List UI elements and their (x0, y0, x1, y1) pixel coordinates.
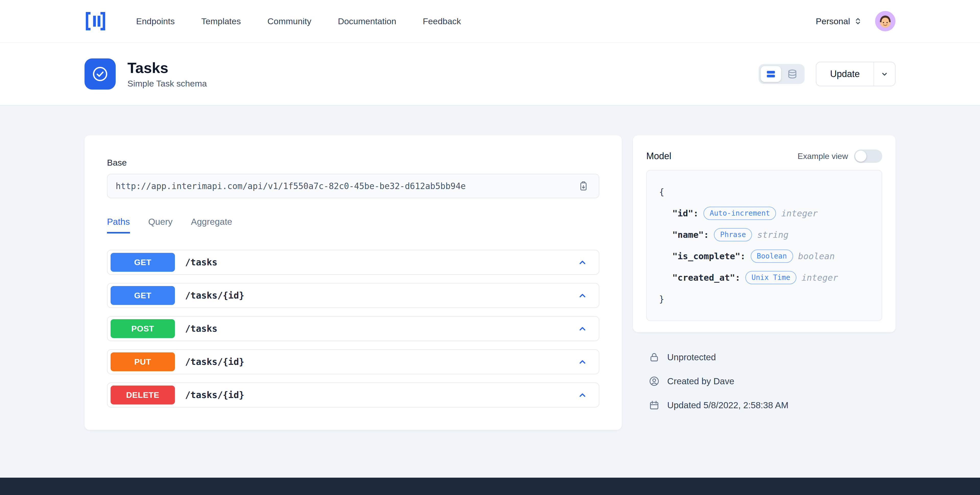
route-row-get-tasks[interactable]: GET /tasks (107, 250, 599, 275)
base-label: Base (107, 158, 599, 168)
update-button-group: Update (816, 62, 896, 86)
view-mode-segmented-control (759, 64, 805, 84)
route-path: /tasks/{id} (185, 290, 244, 301)
example-view-toggle[interactable] (854, 149, 882, 163)
tab-paths[interactable]: Paths (107, 217, 130, 233)
schema-field-created-at: "created_at": Unix Time integer (659, 267, 869, 288)
method-badge: DELETE (111, 386, 175, 405)
route-list: GET /tasks GET /tasks/{id} (107, 250, 599, 408)
data-view-button[interactable] (782, 66, 803, 82)
field-type: integer (802, 273, 838, 283)
card-view-icon (765, 69, 776, 79)
page-title: Tasks (127, 59, 207, 76)
schema-field-is-complete: "is_complete": Boolean boolean (659, 246, 869, 267)
route-path: /tasks/{id} (185, 357, 244, 367)
model-card: Model Example view { "id": Auto-incremen… (633, 135, 896, 332)
footer-bar (0, 478, 980, 495)
nav-item-endpoints[interactable]: Endpoints (136, 16, 175, 26)
protection-text: Unprotected (667, 352, 716, 362)
calendar-icon (648, 400, 660, 411)
chevron-up-icon[interactable] (578, 290, 587, 301)
model-column: Model Example view { "id": Auto-incremen… (633, 135, 896, 413)
schema-field-id: "id": Auto-increment integer (659, 203, 869, 224)
database-icon (787, 69, 798, 79)
field-generator-badge[interactable]: Boolean (751, 249, 793, 263)
field-key: "is_complete": (672, 251, 746, 261)
top-nav: Endpoints Templates Community Documentat… (0, 0, 980, 43)
field-key: "name": (672, 230, 709, 240)
created-by-text: Created by Dave (667, 376, 734, 386)
method-badge: PUT (111, 352, 175, 371)
nav-item-feedback[interactable]: Feedback (423, 16, 461, 26)
field-type: integer (781, 208, 818, 218)
route-path: /tasks (185, 257, 217, 267)
app-root: Endpoints Templates Community Documentat… (0, 0, 980, 495)
schema-open-brace: { (659, 181, 869, 203)
model-title: Model (646, 151, 671, 162)
meta-list: Unprotected Created by Dave (633, 349, 896, 413)
user-icon (648, 376, 660, 387)
update-menu-button[interactable] (873, 62, 895, 86)
endpoints-card: Base http://app.interimapi.com/api/v1/1f… (84, 135, 622, 430)
field-key: "id": (672, 208, 698, 218)
endpoint-tabs: Paths Query Aggregate (107, 217, 599, 233)
chevron-up-icon[interactable] (578, 257, 587, 267)
tab-aggregate[interactable]: Aggregate (191, 217, 232, 233)
field-key: "created_at": (672, 273, 740, 283)
tab-query[interactable]: Query (148, 217, 173, 233)
schema-close-brace: } (659, 288, 869, 310)
clipboard-icon (578, 181, 589, 191)
page-header: Tasks Simple Task schema (0, 43, 980, 106)
route-path: /tasks/{id} (185, 390, 244, 400)
chevron-up-icon[interactable] (578, 390, 587, 400)
method-badge: POST (111, 319, 175, 338)
nav-links: Endpoints Templates Community Documentat… (136, 16, 461, 26)
card-view-button[interactable] (760, 66, 781, 82)
method-badge: GET (111, 253, 175, 272)
update-button[interactable]: Update (816, 62, 873, 86)
schema-field-name: "name": Phrase string (659, 224, 869, 246)
avatar[interactable] (875, 11, 896, 32)
nav-item-documentation[interactable]: Documentation (338, 16, 396, 26)
nav-item-community[interactable]: Community (267, 16, 311, 26)
route-row-delete-task-id[interactable]: DELETE /tasks/{id} (107, 382, 599, 408)
updated-text: Updated 5/8/2022, 2:58:38 AM (667, 400, 789, 410)
created-by-row: Created by Dave (648, 374, 896, 389)
brand-logo-icon[interactable] (84, 11, 107, 31)
route-row-post-tasks[interactable]: POST /tasks (107, 316, 599, 341)
nav-item-templates[interactable]: Templates (201, 16, 241, 26)
updated-row: Updated 5/8/2022, 2:58:38 AM (648, 398, 896, 413)
chevron-up-icon[interactable] (578, 357, 587, 367)
base-url-value: http://app.interimapi.com/api/v1/1f550a7… (116, 181, 576, 191)
chevron-down-icon (880, 70, 889, 79)
schema-check-icon (84, 59, 116, 90)
workspace-selector[interactable]: Personal (816, 16, 862, 26)
field-generator-badge[interactable]: Unix Time (745, 271, 796, 284)
route-path: /tasks (185, 324, 217, 334)
select-chevrons-icon (854, 16, 862, 26)
field-type: string (757, 230, 789, 240)
field-generator-badge[interactable]: Phrase (714, 228, 752, 241)
base-url-input[interactable]: http://app.interimapi.com/api/v1/1f550a7… (107, 174, 599, 198)
lock-icon (648, 352, 660, 363)
main-content: Base http://app.interimapi.com/api/v1/1f… (0, 106, 980, 478)
method-badge: GET (111, 286, 175, 305)
field-type: boolean (798, 251, 835, 261)
chevron-up-icon[interactable] (578, 324, 587, 334)
toggle-knob (855, 151, 866, 162)
page-subtitle: Simple Task schema (127, 79, 207, 89)
route-row-put-task-id[interactable]: PUT /tasks/{id} (107, 349, 599, 374)
field-generator-badge[interactable]: Auto-increment (703, 207, 776, 220)
model-schema-block: { "id": Auto-increment integer "name": P… (646, 170, 882, 321)
protection-row: Unprotected (648, 349, 896, 365)
example-view-label: Example view (798, 152, 848, 161)
workspace-label: Personal (816, 16, 850, 26)
route-row-get-task-id[interactable]: GET /tasks/{id} (107, 283, 599, 308)
copy-url-button[interactable] (576, 179, 590, 193)
